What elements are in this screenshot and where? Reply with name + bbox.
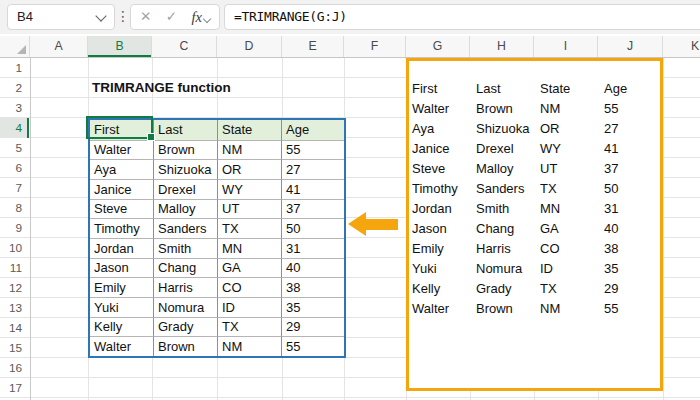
table-cell[interactable]: OR <box>217 159 281 179</box>
source-cell[interactable]: NM <box>538 298 602 318</box>
source-header-cell[interactable]: First <box>410 78 474 98</box>
table-cell[interactable]: Kelly <box>90 317 153 337</box>
row-header[interactable]: 4 <box>0 118 29 138</box>
table-cell[interactable]: TX <box>217 218 281 238</box>
table-cell[interactable]: NM <box>217 336 281 356</box>
source-cell[interactable]: WY <box>538 138 602 158</box>
source-header-cell[interactable]: State <box>538 78 602 98</box>
source-cell[interactable]: Kelly <box>410 278 474 298</box>
table-cell[interactable]: 31 <box>281 238 344 258</box>
table-cell[interactable]: Harris <box>153 277 217 297</box>
source-cell[interactable]: Nomura <box>474 258 538 278</box>
table-cell[interactable]: ID <box>217 297 281 317</box>
column-header-i[interactable]: I <box>534 36 598 57</box>
table-cell[interactable]: Grady <box>153 317 217 337</box>
source-cell[interactable]: CO <box>538 238 602 258</box>
source-cell[interactable]: Walter <box>410 298 474 318</box>
row-header[interactable]: 15 <box>0 338 29 358</box>
source-cell[interactable]: 41 <box>602 138 659 158</box>
row-header[interactable]: 13 <box>0 298 29 318</box>
source-cell[interactable]: Smith <box>474 198 538 218</box>
column-header-h[interactable]: H <box>470 36 534 57</box>
table-cell[interactable]: Timothy <box>90 218 153 238</box>
row-header[interactable]: 3 <box>0 98 29 118</box>
source-cell[interactable]: Emily <box>410 238 474 258</box>
table-cell[interactable]: Jordan <box>90 238 153 258</box>
source-cell[interactable]: 37 <box>602 158 659 178</box>
source-cell[interactable]: Brown <box>474 298 538 318</box>
column-header-e[interactable]: E <box>282 36 344 57</box>
insert-function-icon[interactable]: fx <box>192 9 202 25</box>
source-cell[interactable]: Walter <box>410 98 474 118</box>
source-cell[interactable]: Yuki <box>410 258 474 278</box>
column-header-j[interactable]: J <box>598 36 663 57</box>
source-cell[interactable]: 40 <box>602 218 659 238</box>
row-header[interactable]: 2 <box>0 78 29 98</box>
source-header-cell[interactable]: Age <box>602 78 659 98</box>
table-cell[interactable]: Yuki <box>90 297 153 317</box>
more-options-icon[interactable]: ⋮ <box>116 0 128 34</box>
page-title[interactable]: TRIMRANGE function <box>92 78 231 98</box>
source-header-cell[interactable]: Last <box>474 78 538 98</box>
table-cell[interactable]: Smith <box>153 238 217 258</box>
source-cell[interactable]: Grady <box>474 278 538 298</box>
source-cell[interactable]: Sanders <box>474 178 538 198</box>
source-cell[interactable]: TX <box>538 278 602 298</box>
table-cell[interactable]: 38 <box>281 277 344 297</box>
fill-handle[interactable] <box>147 133 155 141</box>
source-cell[interactable]: 31 <box>602 198 659 218</box>
name-box[interactable]: B4 <box>7 4 115 30</box>
column-header-g[interactable]: G <box>406 36 470 57</box>
table-cell[interactable]: UT <box>217 199 281 219</box>
source-cell[interactable]: Timothy <box>410 178 474 198</box>
table-cell[interactable]: Drexel <box>153 179 217 199</box>
table-cell[interactable]: 41 <box>281 179 344 199</box>
table-cell[interactable]: Sanders <box>153 218 217 238</box>
source-cell[interactable]: 27 <box>602 118 659 138</box>
source-cell[interactable]: Drexel <box>474 138 538 158</box>
source-cell[interactable]: OR <box>538 118 602 138</box>
column-header-f[interactable]: F <box>344 36 406 57</box>
source-cell[interactable]: 35 <box>602 258 659 278</box>
source-cell[interactable]: Malloy <box>474 158 538 178</box>
table-cell[interactable]: Nomura <box>153 297 217 317</box>
table-cell[interactable]: CO <box>217 277 281 297</box>
row-header[interactable]: 11 <box>0 258 29 278</box>
column-header-c[interactable]: C <box>152 36 217 57</box>
table-cell[interactable]: 55 <box>281 140 344 160</box>
row-header[interactable]: 1 <box>0 58 29 78</box>
table-cell[interactable]: MN <box>217 238 281 258</box>
chevron-down-icon[interactable] <box>203 15 211 23</box>
source-cell[interactable]: MN <box>538 198 602 218</box>
column-header-k[interactable]: K <box>663 36 700 57</box>
source-cell[interactable]: TX <box>538 178 602 198</box>
source-cell[interactable]: Aya <box>410 118 474 138</box>
row-header[interactable]: 12 <box>0 278 29 298</box>
table-cell[interactable]: Janice <box>90 179 153 199</box>
row-header[interactable]: 6 <box>0 158 29 178</box>
table-cell[interactable]: Malloy <box>153 199 217 219</box>
table-cell[interactable]: 27 <box>281 159 344 179</box>
source-cell[interactable]: Chang <box>474 218 538 238</box>
source-cell[interactable]: UT <box>538 158 602 178</box>
source-cell[interactable]: 29 <box>602 278 659 298</box>
select-all-button[interactable] <box>0 36 30 57</box>
table-cell[interactable]: Steve <box>90 199 153 219</box>
column-header-a[interactable]: A <box>30 36 88 57</box>
row-header[interactable]: 8 <box>0 198 29 218</box>
table-header-cell[interactable]: State <box>217 120 281 140</box>
table-header-cell[interactable]: Last <box>153 120 217 140</box>
cancel-icon[interactable]: ✕ <box>140 5 151 29</box>
source-cell[interactable]: Steve <box>410 158 474 178</box>
source-cell[interactable]: Brown <box>474 98 538 118</box>
table-cell[interactable]: 29 <box>281 317 344 337</box>
table-cell[interactable]: NM <box>217 140 281 160</box>
source-cell[interactable]: Jason <box>410 218 474 238</box>
column-header-b[interactable]: B <box>88 36 152 57</box>
table-cell[interactable]: Jason <box>90 258 153 278</box>
table-cell[interactable]: 40 <box>281 258 344 278</box>
row-header[interactable]: 5 <box>0 138 29 158</box>
table-cell[interactable]: Brown <box>153 336 217 356</box>
source-cell[interactable]: Harris <box>474 238 538 258</box>
row-header[interactable]: 10 <box>0 238 29 258</box>
